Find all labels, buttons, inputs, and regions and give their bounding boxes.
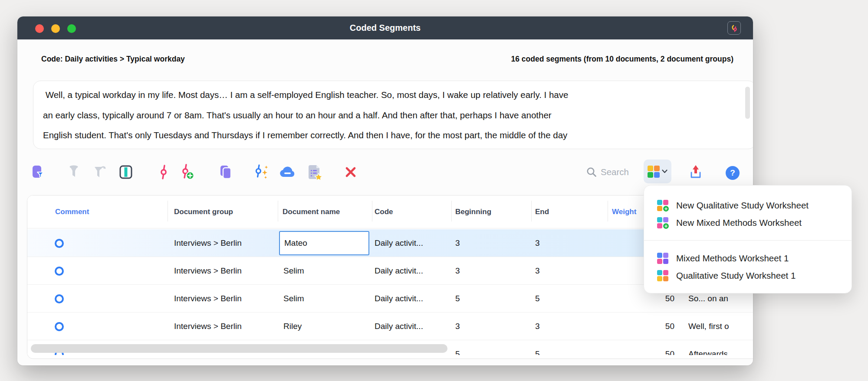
ai-code-icon[interactable] [252, 163, 271, 182]
column-header-document-group[interactable]: Document group [174, 208, 233, 216]
cell-beginning[interactable]: 3 [455, 229, 460, 257]
new-qualitative-worksheet-icon: + [657, 200, 668, 211]
segment-text-box[interactable]: Well, a typical workday in my life. Most… [33, 81, 753, 149]
plus-badge-icon: + [662, 205, 670, 212]
titlebar[interactable]: Coded Segments [17, 16, 753, 39]
table-row[interactable]: Interviews > Berlin Riley Daily activit.… [27, 313, 753, 340]
column-header-beginning[interactable]: Beginning [455, 208, 491, 216]
column-header-comment[interactable]: Comment [55, 208, 89, 216]
cell-beginning[interactable]: 3 [455, 313, 460, 340]
cell-beginning[interactable]: 5 [455, 340, 460, 355]
search-input[interactable] [601, 167, 642, 177]
menu-item-qualitative-study-worksheet-1[interactable]: Qualitative Study Worksheet 1 [657, 267, 843, 284]
delete-icon[interactable] [341, 163, 360, 182]
column-header-code[interactable]: Code [375, 208, 393, 216]
cell-document-name[interactable]: Riley [283, 313, 302, 340]
cell-end[interactable]: 3 [535, 257, 540, 285]
code-icon[interactable] [154, 163, 173, 182]
menu-item-new-mixed-methods-worksheet[interactable]: + New Mixed Methods Worksheet [657, 214, 843, 231]
cell-weight[interactable]: 50 [610, 313, 681, 340]
cell-code[interactable]: Daily activit... [375, 257, 423, 285]
cell-document-group[interactable]: Interviews > Berlin [174, 313, 242, 340]
text-vertical-scrollbar[interactable] [745, 87, 750, 119]
cell-end[interactable]: 3 [535, 313, 540, 340]
worksheets-dropdown-button[interactable] [644, 160, 671, 183]
cell-document-group[interactable]: Interviews > Berlin [174, 285, 242, 313]
cell-end[interactable]: 3 [535, 229, 540, 257]
add-code-icon[interactable] [178, 163, 197, 182]
cloud-icon[interactable] [278, 163, 297, 182]
column-header-end[interactable]: End [535, 208, 549, 216]
coded-segment-icon[interactable] [55, 267, 64, 276]
coded-segment-icon[interactable] [55, 239, 64, 248]
cell-end[interactable]: 5 [535, 285, 540, 313]
help-icon: ? [730, 168, 735, 178]
column-header-document-name[interactable]: Document name [283, 208, 340, 216]
coded-segment-icon[interactable] [55, 294, 64, 303]
cell-document-group[interactable]: Interviews > Berlin [174, 229, 242, 257]
cell-weight[interactable]: 50 [610, 340, 681, 355]
search-field[interactable] [586, 163, 642, 182]
cell-beginning[interactable]: 5 [455, 285, 460, 313]
cell-end[interactable]: 5 [535, 340, 540, 355]
help-button[interactable]: ? [726, 166, 740, 180]
segments-summary: 16 coded segments (from 10 documents, 2 … [511, 55, 733, 64]
reset-filter-icon[interactable] [90, 163, 109, 182]
menu-item-mixed-methods-worksheet-1[interactable]: Mixed Methods Worksheet 1 [657, 250, 843, 267]
code-breadcrumb: Code: Daily activities > Typical workday [41, 55, 185, 64]
chevron-down-icon [662, 169, 667, 173]
table-horizontal-scrollbar[interactable] [31, 344, 447, 353]
window-title: Coded Segments [17, 16, 753, 39]
plus-badge-icon: + [662, 222, 670, 230]
filter-icon[interactable] [64, 163, 83, 182]
search-icon [586, 166, 597, 178]
cell-code[interactable]: Daily activit... [375, 285, 423, 313]
coding-app-icon [727, 21, 741, 35]
select-columns-icon[interactable] [116, 163, 135, 182]
export-icon[interactable] [686, 163, 705, 182]
menu-separator [644, 240, 852, 241]
segment-text-line: English student. That's only Tuesdays an… [33, 125, 753, 146]
segment-text-line: Well, a typical workday in my life. Most… [33, 85, 753, 105]
worksheets-menu: + New Qualitative Study Worksheet + New … [644, 185, 852, 293]
copy-icon[interactable] [216, 163, 235, 182]
coded-segments-document-icon[interactable] [28, 163, 47, 182]
coded-segments-window: Coded Segments Code: Daily activities > … [17, 16, 753, 365]
mixed-methods-worksheet-icon [657, 253, 668, 264]
coded-segment-icon[interactable] [55, 322, 64, 331]
qualitative-study-worksheet-icon [657, 270, 668, 281]
cell-document-name[interactable]: Selim [283, 257, 304, 285]
cell-document-name-focused[interactable]: Mateo [279, 231, 369, 255]
column-header-weight[interactable]: Weight [612, 208, 636, 216]
cell-code[interactable]: Daily activit... [375, 313, 423, 340]
worksheets-puzzle-icon [648, 166, 660, 178]
new-mixed-methods-worksheet-icon: + [657, 217, 668, 228]
segment-text-line: an early class, typically around 7 or 8a… [33, 105, 753, 126]
cell-document-name[interactable]: Selim [283, 285, 304, 313]
cell-preview[interactable]: Afterwards [688, 340, 728, 355]
cell-beginning[interactable]: 3 [455, 257, 460, 285]
cell-document-group[interactable]: Interviews > Berlin [174, 257, 242, 285]
cell-preview[interactable]: Well, first o [688, 313, 729, 340]
cell-code[interactable]: Daily activit... [375, 229, 423, 257]
smart-report-icon[interactable] [305, 163, 324, 182]
menu-item-new-qualitative-worksheet[interactable]: + New Qualitative Study Worksheet [657, 197, 843, 214]
